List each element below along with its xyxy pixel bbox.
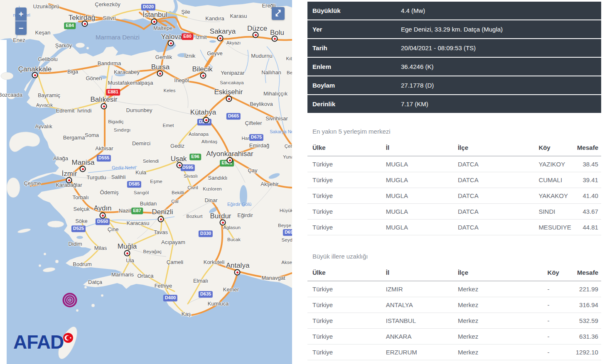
table-cell: YAKAKOY — [533, 192, 569, 199]
detail-value: Ege Denizi, 33.29 km. Datça (Mugla) — [396, 20, 601, 38]
detail-value: 27.1778 (D) — [396, 76, 601, 94]
table-cell: ANTALYA — [381, 301, 453, 308]
table-cell: 41.40 — [569, 192, 601, 199]
detail-label: Büyüklük — [307, 2, 396, 20]
table-cell: Merkez — [453, 286, 543, 293]
table-cell: - — [543, 286, 568, 293]
table-cell: DATCA — [453, 192, 533, 199]
map-zoom-control: + − — [15, 7, 27, 35]
table-row: TürkiyeIZMIRMerkez-221.99 — [307, 281, 601, 297]
table-cell: - — [543, 333, 568, 340]
table-header-cell: İl — [381, 144, 453, 151]
afad-logo: AFAD — [13, 330, 84, 355]
detail-value: 20/04/2021 - 08:09:53 (TS) — [396, 39, 601, 57]
detail-label: Enlem — [307, 58, 396, 76]
table-cell: DATCA — [453, 176, 533, 183]
map-edge-blank — [0, 40, 7, 364]
table-cell: Türkiye — [307, 176, 381, 183]
table-cell: MUGLA — [381, 161, 453, 168]
detail-row: YerEge Denizi, 33.29 km. Datça (Mugla) — [307, 20, 601, 38]
table-cell: - — [543, 349, 568, 356]
table-row: TürkiyeANTALYAMerkez-316.94 — [307, 297, 601, 313]
table-header-cell: Köy — [533, 144, 569, 151]
table-cell: Türkiye — [307, 224, 381, 231]
earthquake-epicenter-marker[interactable] — [64, 294, 76, 307]
table-cell: MUGLA — [381, 176, 453, 183]
table-header-cell: Mesafe — [568, 269, 601, 276]
table-cell: Türkiye — [307, 333, 381, 340]
earthquake-details-table: Büyüklük4.4 (Mw)YerEge Denizi, 33.29 km.… — [307, 2, 601, 113]
detail-label: Tarih — [307, 39, 396, 57]
detail-value: 4.4 (Mw) — [396, 2, 601, 20]
table-cell: MUGLA — [381, 208, 453, 215]
table-row: TürkiyeMUGLADATCAYAKAKOY41.40 — [307, 188, 601, 204]
nearest-settlements-section: En yakın 5 yerleşim merkezi ÜlkeİlİlçeKö… — [307, 128, 601, 235]
table-cell: DATCA — [453, 208, 533, 215]
detail-row: Boylam27.1778 (D) — [307, 76, 601, 94]
table-header-cell: Ülke — [307, 144, 381, 151]
table-cell: 631.36 — [568, 333, 601, 340]
table-header-cell: İlçe — [453, 269, 543, 276]
table-row: TürkiyeMUGLADATCASINDI43.67 — [307, 204, 601, 220]
table-cell: Türkiye — [307, 317, 381, 324]
table-cell: SINDI — [533, 208, 569, 215]
table-cell: MUGLA — [381, 192, 453, 199]
table-cell: Türkiye — [307, 208, 381, 215]
table-cell: ANKARA — [381, 333, 453, 340]
map[interactable]: Marmara Denizine NehriGediz NehriSakarya… — [0, 0, 292, 364]
table-cell: Türkiye — [307, 349, 381, 356]
table-row: TürkiyeMUGLADATCAMESUDIYE44.81 — [307, 220, 601, 235]
zoom-in-button[interactable]: + — [15, 7, 27, 21]
table-cell: Türkiye — [307, 192, 381, 199]
table-header-row: ÜlkeİlİlçeKöyMesafe — [307, 266, 601, 281]
table-row: TürkiyeANKARAMerkez-631.36 — [307, 329, 601, 344]
table-cell: DATCA — [453, 161, 533, 168]
table-row: TürkiyeISTANBULMerkez-532.59 — [307, 313, 601, 329]
detail-label: Yer — [307, 20, 396, 38]
detail-label: Derinlik — [307, 95, 396, 113]
table-row: TürkiyeERZURUMMerkez-1292.10 — [307, 344, 601, 360]
earthquake-info-panel: Büyüklük4.4 (Mw)YerEge Denizi, 33.29 km.… — [307, 2, 601, 360]
table-header-cell: Mesafe — [569, 144, 601, 151]
table-cell: 38.45 — [569, 161, 601, 168]
detail-row: Tarih20/04/2021 - 08:09:53 (TS) — [307, 39, 601, 57]
detail-label: Boylam — [307, 76, 396, 94]
map-canvas — [0, 0, 292, 364]
table-cell: DATCA — [453, 224, 533, 231]
fullscreen-button[interactable] — [272, 7, 285, 20]
table-header-row: ÜlkeİlİlçeKöyMesafe — [307, 141, 601, 156]
detail-row: Enlem36.4246 (K) — [307, 58, 601, 76]
city-distances-title: Büyük illere uzaklığı — [312, 253, 601, 260]
detail-row: Büyüklük4.4 (Mw) — [307, 2, 601, 20]
table-row: TürkiyeMUGLADATCAYAZIKOY38.45 — [307, 156, 601, 172]
table-cell: 1292.10 — [568, 349, 601, 356]
table-cell: IZMIR — [381, 286, 453, 293]
detail-row: Derinlik7.17 (KM) — [307, 95, 601, 113]
table-cell: 43.67 — [569, 208, 601, 215]
zoom-out-button[interactable]: − — [15, 21, 27, 35]
table-cell: Merkez — [453, 317, 543, 324]
table-cell: CUMALI — [533, 176, 569, 183]
nearest-settlements-title: En yakın 5 yerleşim merkezi — [312, 128, 601, 135]
table-header-cell: İlçe — [453, 144, 533, 151]
table-cell: Merkez — [453, 333, 543, 340]
table-cell: - — [543, 317, 568, 324]
detail-value: 7.17 (KM) — [396, 95, 601, 113]
table-header-cell: Ülke — [307, 269, 381, 276]
fullscreen-arrow-icon — [274, 9, 282, 17]
afad-flag-icon — [59, 331, 76, 346]
table-cell: - — [543, 301, 568, 308]
table-cell: YAZIKOY — [533, 161, 569, 168]
afad-logo-text: AFAD — [13, 331, 64, 353]
table-cell: 221.99 — [568, 286, 601, 293]
table-header-cell: İl — [381, 269, 453, 276]
table-cell: 532.59 — [568, 317, 601, 324]
table-cell: Merkez — [453, 301, 543, 308]
earthquake-detail-page: Marmara Denizine NehriGediz NehriSakarya… — [0, 0, 607, 364]
table-row: TürkiyeMUGLADATCACUMALI39.41 — [307, 172, 601, 188]
table-cell: MESUDIYE — [533, 224, 569, 231]
table-cell: 44.81 — [569, 224, 601, 231]
city-distances-table: ÜlkeİlİlçeKöyMesafeTürkiyeIZMIRMerkez-22… — [307, 266, 601, 360]
nearest-settlements-table: ÜlkeİlİlçeKöyMesafeTürkiyeMUGLADATCAYAZI… — [307, 141, 601, 235]
table-cell: 316.94 — [568, 301, 601, 308]
